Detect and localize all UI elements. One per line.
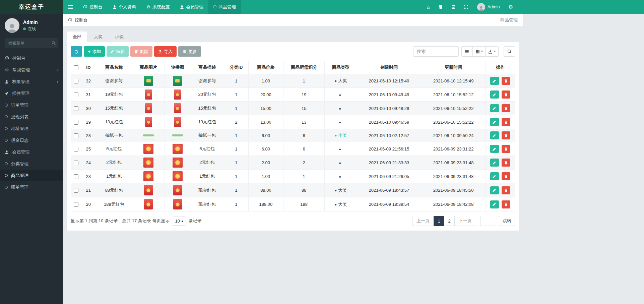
sidebar-user-name: Admin: [23, 19, 38, 25]
row-edit-button[interactable]: [490, 131, 499, 139]
row-edit-button[interactable]: [490, 118, 499, 126]
tab-all[interactable]: 全部: [67, 32, 87, 42]
row-edit-button[interactable]: [490, 159, 499, 167]
sidebar-item-members[interactable]: 会员管理: [0, 146, 63, 158]
sidebar-search-input[interactable]: [5, 38, 58, 48]
row-edit-button[interactable]: [490, 77, 499, 85]
table-row[interactable]: 21 88元红包 现金红包 1 88.00 88 大奖 2021-06-09 1…: [71, 183, 515, 197]
home-button[interactable]: ⌂: [423, 0, 434, 14]
row-edit-button[interactable]: [490, 104, 499, 112]
select-all-checkbox[interactable]: [74, 65, 78, 70]
edit-button[interactable]: 编辑: [107, 46, 129, 57]
cell-points: 15: [283, 102, 325, 115]
table-row[interactable]: 32 谢谢参与 谢谢参与 1 1.00 1 大奖 2021-06-10 12:1…: [71, 74, 515, 88]
topnav-item-profile[interactable]: 个人资料: [108, 0, 141, 14]
row-delete-button[interactable]: [502, 104, 510, 112]
topnav-item-products[interactable]: 商品管理: [208, 0, 241, 14]
row-checkbox[interactable]: [74, 161, 78, 165]
user-menu[interactable]: Admin: [473, 0, 504, 14]
sidebar-item-withdrawals[interactable]: 提现列表: [0, 111, 63, 123]
export-button[interactable]: ▾: [485, 46, 499, 57]
topnav-item-system-config[interactable]: ⚙ 系统配置: [141, 0, 175, 14]
row-checkbox[interactable]: [74, 93, 78, 97]
row-delete-button[interactable]: [502, 145, 510, 153]
row-delete-button[interactable]: [502, 186, 510, 194]
page-2-button[interactable]: 2: [444, 216, 455, 226]
row-edit-button[interactable]: [490, 90, 499, 99]
fullscreen-button[interactable]: [460, 0, 473, 14]
row-checkbox[interactable]: [74, 106, 78, 111]
row-delete-button[interactable]: [502, 159, 510, 167]
sidebar-item-products[interactable]: 商品管理: [0, 170, 63, 181]
row-checkbox[interactable]: [74, 188, 78, 193]
topnav-item-members[interactable]: 会员管理: [175, 0, 208, 14]
prev-page-button[interactable]: 上一页: [412, 216, 434, 226]
row-edit-button[interactable]: [490, 186, 499, 194]
sidebar-item-orders[interactable]: 订单管理: [0, 99, 63, 111]
toolbar: + 添加 编辑 删除 导入: [71, 46, 515, 57]
home-icon: ⌂: [427, 4, 430, 10]
jump-page-input[interactable]: [480, 216, 496, 226]
row-edit-button[interactable]: [490, 172, 499, 180]
row-checkbox[interactable]: [74, 120, 78, 125]
breadcrumb-home[interactable]: 控制台: [68, 17, 88, 23]
jump-button[interactable]: 跳转: [499, 216, 515, 226]
import-button[interactable]: 导入: [154, 46, 177, 57]
list-icon: [465, 50, 469, 54]
delete-button[interactable]: 删除: [130, 46, 152, 57]
table-row[interactable]: 25 6元红包 6元红包 1 6.00 6 2021-06-09 21:56:1…: [71, 142, 515, 156]
avatar[interactable]: [5, 18, 19, 33]
refresh-button[interactable]: [71, 46, 82, 57]
row-checkbox[interactable]: [74, 174, 78, 179]
sidebar-item-categories[interactable]: 分类管理: [0, 158, 63, 170]
brand-logo[interactable]: 幸运盒子: [0, 0, 63, 14]
table-row[interactable]: 29 13元红包 13元红包 2 13.00 13 2021-06-10 09:…: [71, 115, 515, 129]
row-checkbox[interactable]: [74, 133, 78, 138]
sidebar-item-permissions[interactable]: 权限管理 ‹: [0, 76, 63, 87]
row-edit-button[interactable]: [490, 200, 499, 208]
type-badge: 小奖: [335, 133, 347, 138]
table-row[interactable]: 28 抽纸一包 抽纸一包 1 6.00 6 小奖 2021-06-10 02:1…: [71, 129, 515, 142]
row-delete-button[interactable]: [502, 118, 510, 126]
table-row[interactable]: 23 1元红包 1元红包 1 1.00 1 2021-06-09 21:26:0…: [71, 170, 515, 183]
sidebar-item-addresses[interactable]: 地址管理: [0, 123, 63, 134]
sidebar-item-plugins[interactable]: 插件管理: [0, 87, 63, 99]
column-header-category: 分类ID: [224, 61, 248, 74]
tab-small-prize[interactable]: 小奖: [109, 32, 129, 42]
row-checkbox[interactable]: [74, 147, 78, 151]
row-checkbox[interactable]: [74, 202, 78, 207]
table-row[interactable]: 20 188元红包 现金红包 1 188.00 188 大奖 2021-06-0…: [71, 197, 515, 211]
table-row[interactable]: 24 2元红包 2元红包 1 2.00 2 2021-06-09 21:33:3…: [71, 156, 515, 170]
cell-name: 19元红包: [96, 88, 132, 102]
page-1-button[interactable]: 1: [434, 216, 444, 226]
tab-big-prize[interactable]: 大奖: [88, 32, 108, 42]
table-row[interactable]: 31 19元红包 20元红包 1 20.00 19 2021-06-10 09:…: [71, 88, 515, 102]
row-delete-button[interactable]: [502, 200, 510, 208]
advanced-search-button[interactable]: [504, 46, 515, 57]
settings-button[interactable]: ⚙: [504, 0, 517, 14]
sidebar-item-general[interactable]: ⚙ 常规管理 ‹: [0, 64, 63, 76]
more-button[interactable]: ⚙ 更多: [178, 46, 201, 57]
row-edit-button[interactable]: [490, 145, 499, 153]
row-checkbox[interactable]: [74, 79, 78, 83]
sidebar-item-console[interactable]: 控制台: [0, 52, 63, 64]
row-delete-button[interactable]: [502, 172, 510, 180]
row-delete-button[interactable]: [502, 77, 510, 85]
page-size-select[interactable]: 10 ▴: [172, 217, 186, 226]
next-page-button[interactable]: 下一页: [454, 216, 476, 226]
table-search-input[interactable]: [413, 46, 459, 57]
user-icon: [478, 6, 484, 11]
cache-database-button[interactable]: [447, 0, 460, 14]
cell-points: 188: [283, 197, 325, 211]
add-button[interactable]: + 添加: [84, 46, 105, 57]
clear-cache-button[interactable]: [434, 0, 447, 14]
table-row[interactable]: 30 15元红包 15元红包 1 15.00 15 2021-06-10 09:…: [71, 102, 515, 115]
topnav-item-console[interactable]: 控制台: [78, 0, 108, 14]
sidebar-item-commission-log[interactable]: 佣金日志: [0, 134, 63, 146]
sidebar-toggle-button[interactable]: [63, 0, 78, 14]
row-delete-button[interactable]: [502, 131, 510, 139]
detail-view-button[interactable]: [461, 46, 473, 57]
columns-button[interactable]: ▾: [472, 46, 486, 57]
row-delete-button[interactable]: [502, 90, 510, 99]
sidebar-item-show-orders[interactable]: 晒单管理: [0, 181, 63, 193]
